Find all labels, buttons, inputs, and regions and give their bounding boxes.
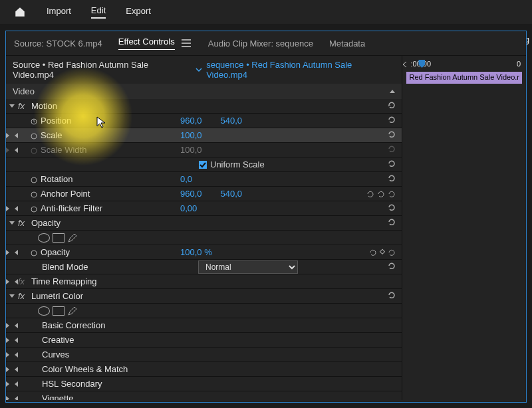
antiflicker-label: Anti-flicker Filter: [41, 203, 180, 213]
prop-opacity[interactable]: Opacity 100,0 %: [6, 245, 402, 260]
blend-mode-label: Blend Mode: [42, 262, 170, 272]
home-icon[interactable]: [13, 6, 27, 18]
stopwatch-icon[interactable]: [30, 132, 38, 140]
lumetri-section[interactable]: Basic Correction: [6, 318, 402, 333]
rect-mask-icon[interactable]: [53, 306, 65, 316]
prop-blend-mode[interactable]: Blend Mode Normal: [6, 260, 402, 274]
stopwatch-icon[interactable]: [30, 175, 38, 183]
prop-anti-flicker[interactable]: Anti-flicker Filter 0,00: [6, 201, 402, 216]
twirl-right-icon[interactable]: [6, 323, 18, 328]
scale-width-label: Scale Width: [41, 145, 180, 155]
fx-badge[interactable]: fx: [18, 218, 31, 228]
position-label: Position: [41, 116, 180, 126]
twirl-right-icon[interactable]: [6, 396, 18, 401]
twirl-down-icon[interactable]: [9, 104, 15, 108]
lumetri-item-label: HSL Secondary: [42, 379, 182, 389]
uniform-scale-checkbox[interactable]: [198, 160, 207, 169]
anchor-x[interactable]: 960,0: [180, 189, 202, 199]
motion-label: Motion: [31, 101, 171, 111]
rect-mask-icon[interactable]: [53, 233, 65, 243]
reset-icon[interactable]: [387, 100, 396, 112]
scroll-left-icon[interactable]: [402, 61, 408, 68]
properties-column: Source • Red Fashion Autumn Sale Video.m…: [6, 56, 402, 400]
reset-icon[interactable]: [387, 290, 396, 302]
panel-tab-effect-controls[interactable]: Effect Controls: [118, 37, 175, 50]
tab-export[interactable]: Export: [126, 6, 151, 18]
reset-icon[interactable]: [387, 217, 396, 229]
effect-controls-panel: Source: STOCK 6.mp4 Effect Controls Audi…: [5, 31, 527, 403]
twirl-down-icon[interactable]: [9, 294, 15, 298]
keyframe-nav[interactable]: [366, 189, 396, 199]
opacity-effect-label: Opacity: [31, 218, 171, 228]
tab-import[interactable]: Import: [47, 6, 71, 18]
lumetri-section[interactable]: Vignette: [6, 391, 402, 400]
stopwatch-icon[interactable]: [30, 190, 38, 198]
pen-mask-icon[interactable]: [67, 306, 78, 316]
keyframe-nav[interactable]: [368, 248, 396, 257]
effect-time-remapping[interactable]: fx Time Remapping: [6, 274, 402, 289]
stopwatch-icon[interactable]: [30, 205, 38, 213]
svg-point-1: [31, 134, 37, 139]
opacity-value[interactable]: 100,0 %: [180, 247, 212, 257]
svg-point-6: [31, 251, 37, 256]
reset-icon[interactable]: [387, 115, 396, 126]
video-header-label: Video: [13, 86, 35, 96]
panel-menu-icon[interactable]: [182, 39, 192, 47]
fx-badge[interactable]: fx: [18, 276, 31, 286]
stopwatch-icon[interactable]: [30, 117, 38, 125]
prop-uniform-scale[interactable]: Uniform Scale: [6, 157, 402, 172]
antiflicker-value[interactable]: 0,00: [180, 203, 197, 213]
stopwatch-icon[interactable]: [30, 249, 38, 256]
lumetri-item-label: Curves: [42, 350, 182, 359]
prop-position[interactable]: Position 960,0540,0: [6, 114, 402, 128]
timeline-clip[interactable]: Red Fashion Autumn Sale Video.r: [406, 72, 522, 84]
source-clip-label: Source • Red Fashion Autumn Sale Video.m…: [13, 60, 192, 80]
anchor-y[interactable]: 540,0: [221, 189, 243, 199]
effect-lumetri[interactable]: fx Lumetri Color: [6, 289, 402, 304]
panel-tab-metadata[interactable]: Metadata: [329, 39, 365, 49]
lumetri-section[interactable]: Color Wheels & Match: [6, 362, 402, 377]
lumetri-section[interactable]: Creative: [6, 333, 402, 348]
rotation-value[interactable]: 0,0: [180, 174, 192, 184]
panel-tab-source[interactable]: Source: STOCK 6.mp4: [14, 39, 102, 49]
svg-point-4: [31, 192, 37, 197]
fx-badge[interactable]: fx: [18, 291, 31, 301]
pen-mask-icon[interactable]: [67, 233, 78, 243]
ellipse-mask-icon[interactable]: [38, 306, 50, 316]
prop-anchor-point[interactable]: Anchor Point 960,0540,0: [6, 187, 402, 201]
reset-icon[interactable]: [387, 203, 396, 214]
fx-badge[interactable]: fx: [18, 101, 31, 111]
twirl-right-icon[interactable]: [6, 250, 18, 255]
twirl-right-icon[interactable]: [6, 381, 18, 387]
twirl-right-icon[interactable]: [6, 367, 18, 372]
twirl-right-icon[interactable]: [6, 279, 18, 284]
blend-mode-select[interactable]: Normal: [198, 260, 298, 274]
effect-opacity[interactable]: fx Opacity: [6, 216, 402, 231]
panel-tab-audio-mixer[interactable]: Audio Clip Mixer: sequence: [208, 39, 313, 49]
dropdown-icon[interactable]: [196, 66, 202, 73]
reset-icon[interactable]: [387, 173, 396, 185]
sequence-link[interactable]: sequence • Red Fashion Autumn Sale Video…: [206, 60, 395, 80]
prop-scale[interactable]: Scale 100,0: [6, 128, 402, 143]
timeline-ruler[interactable]: :00:00 0: [402, 56, 526, 72]
twirl-right-icon: [6, 148, 18, 153]
reset-icon[interactable]: [387, 159, 396, 170]
tab-edit[interactable]: Edit: [91, 5, 106, 19]
reset-icon[interactable]: [387, 130, 396, 141]
position-x[interactable]: 960,0: [180, 116, 202, 126]
twirl-right-icon[interactable]: [6, 206, 18, 211]
effect-timeline[interactable]: :00:00 0 Red Fashion Autumn Sale Video.r: [402, 56, 526, 400]
reset-icon[interactable]: [387, 261, 396, 272]
prop-rotation[interactable]: Rotation 0,0: [6, 172, 402, 187]
effect-motion[interactable]: fx Motion: [6, 99, 402, 114]
scale-value[interactable]: 100,0: [180, 130, 202, 140]
ellipse-mask-icon[interactable]: [38, 233, 50, 243]
collapse-up-icon[interactable]: [390, 90, 395, 93]
twirl-right-icon[interactable]: [6, 352, 18, 357]
position-y[interactable]: 540,0: [221, 116, 243, 126]
twirl-down-icon[interactable]: [9, 221, 15, 225]
lumetri-section[interactable]: Curves: [6, 348, 402, 362]
lumetri-section[interactable]: HSL Secondary: [6, 377, 402, 391]
twirl-right-icon[interactable]: [6, 133, 18, 138]
twirl-right-icon[interactable]: [6, 338, 18, 343]
